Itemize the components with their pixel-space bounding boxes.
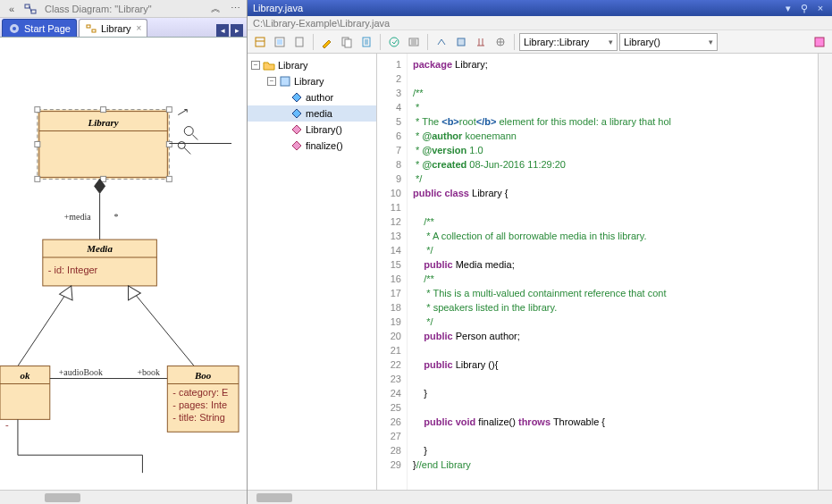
left-h-scrollbar[interactable]	[0, 490, 247, 504]
toolbar-btn-6[interactable]	[357, 33, 375, 51]
toolbar-btn-10[interactable]	[452, 33, 470, 51]
pin-icon[interactable]: ⚲	[798, 2, 811, 14]
svg-point-17	[184, 127, 193, 136]
svg-rect-9	[35, 107, 40, 113]
field-icon	[290, 107, 303, 120]
outline-class[interactable]: − Library	[248, 73, 376, 89]
toolbar-btn-11[interactable]	[472, 33, 490, 51]
uml-book-role: +book	[137, 367, 160, 377]
window-menu-icon[interactable]: ▾	[782, 2, 794, 14]
method-icon	[290, 139, 303, 152]
uml-audio-role: +audioBook	[59, 367, 103, 377]
diagram-pane: « Class Diagram: "Library" ︽ ⋯ Start Pag…	[0, 0, 248, 504]
outline-method-finalize[interactable]: finalize()	[248, 138, 376, 154]
svg-marker-56	[292, 125, 301, 134]
combo-member[interactable]: Library()	[619, 33, 718, 51]
svg-point-48	[390, 38, 399, 46]
toolbar-btn-5[interactable]	[338, 33, 356, 51]
svg-marker-55	[292, 109, 301, 118]
code-outline[interactable]: − Library − Library author media Library…	[248, 54, 377, 490]
tab-library[interactable]: Library ×	[79, 19, 147, 37]
svg-line-18	[192, 135, 197, 140]
toolbar-btn-2[interactable]	[271, 33, 289, 51]
uml-book-right-title: Boo	[194, 370, 212, 381]
svg-point-19	[178, 141, 185, 148]
svg-text:- title: String: - title: String	[172, 412, 224, 423]
svg-line-26	[128, 286, 194, 366]
combo-class[interactable]: Library::Library	[519, 33, 618, 51]
editor-toolbar: Library::Library Library()	[248, 30, 832, 54]
svg-rect-16	[166, 176, 172, 181]
editor-file-title: Library.java	[253, 3, 303, 13]
svg-marker-54	[292, 93, 301, 102]
svg-rect-12	[35, 141, 40, 147]
svg-marker-57	[292, 141, 301, 150]
method-icon	[290, 123, 303, 136]
editor-v-scrollbar[interactable]	[818, 54, 832, 490]
svg-rect-0	[25, 4, 29, 8]
svg-rect-41	[256, 38, 265, 46]
folder-icon	[263, 59, 275, 71]
svg-rect-13	[166, 141, 172, 147]
uml-node-tools-icon	[178, 110, 197, 155]
tab-prev-icon[interactable]: ◂	[216, 24, 229, 37]
uml-media-role: +media	[64, 212, 92, 222]
svg-text:-: -	[5, 419, 9, 430]
svg-rect-53	[281, 77, 290, 86]
toolbar-btn-1[interactable]	[251, 33, 269, 51]
editor-h-scrollbar[interactable]	[248, 490, 832, 504]
svg-rect-43	[277, 39, 282, 45]
field-icon	[290, 91, 303, 104]
svg-text:- pages: Inte: - pages: Inte	[172, 399, 227, 410]
tab-start-page[interactable]: Start Page	[2, 19, 77, 37]
diagram-icon	[23, 2, 38, 16]
uml-canvas[interactable]: Library +media * Media - id: Integer	[0, 38, 247, 490]
left-tab-bar: Start Page Library × ◂ ▸	[0, 18, 247, 38]
line-gutter: 1234567891011121314151617181920212223242…	[377, 54, 408, 490]
close-icon[interactable]: ×	[814, 2, 827, 14]
svg-rect-46	[345, 39, 351, 47]
toolbar-btn-7[interactable]	[385, 33, 403, 51]
outline-field-media[interactable]: media	[248, 105, 376, 122]
svg-rect-4	[87, 25, 90, 28]
outline-field-author[interactable]: author	[248, 89, 376, 105]
svg-rect-11	[166, 107, 172, 113]
outline-method-ctor[interactable]: Library()	[248, 122, 376, 138]
tree-collapse-icon[interactable]: −	[267, 77, 276, 86]
tab-close-icon[interactable]: ×	[137, 23, 142, 33]
toolbar-btn-12[interactable]	[492, 33, 509, 51]
outline-package[interactable]: − Library	[248, 57, 376, 73]
more-icon[interactable]: ⋯	[227, 2, 243, 16]
tab-next-icon[interactable]: ▸	[231, 24, 243, 37]
class-icon	[279, 75, 291, 88]
svg-rect-10	[101, 107, 106, 113]
toolbar-btn-8[interactable]	[405, 33, 423, 51]
svg-point-3	[13, 27, 16, 30]
svg-rect-52	[815, 38, 824, 46]
toolbar-btn-3[interactable]	[290, 33, 308, 51]
editor-file-path: C:\Library-Example\Library.java	[248, 16, 832, 30]
uml-library-title: Library	[88, 117, 119, 128]
uml-media-attr: - id: Integer	[48, 265, 98, 275]
svg-rect-1	[31, 10, 36, 13]
collapse-left-icon[interactable]: «	[4, 2, 20, 16]
code-editor[interactable]: 1234567891011121314151617181920212223242…	[377, 54, 832, 490]
tree-collapse-icon[interactable]: −	[251, 61, 260, 70]
tab-start-label: Start Page	[24, 23, 71, 34]
toolbar-btn-end[interactable]	[811, 33, 828, 51]
collapse-up-icon[interactable]: ︽	[207, 2, 223, 16]
diagram-top-bar: « Class Diagram: "Library" ︽ ⋯	[0, 0, 247, 18]
toolbar-btn-9[interactable]	[433, 33, 450, 51]
toolbar-btn-4[interactable]	[318, 33, 336, 51]
code-area[interactable]: package Library; /** * * The <b>root</b>…	[408, 54, 818, 490]
svg-rect-50	[458, 38, 465, 46]
svg-rect-14	[35, 176, 40, 181]
uml-media-mult: *	[114, 212, 119, 222]
diagram-title: Class Diagram: "Library"	[41, 4, 204, 14]
svg-rect-5	[92, 29, 96, 32]
tab-library-label: Library	[101, 23, 131, 34]
uml-media-title: Media	[86, 243, 113, 254]
svg-text:- category: E: - category: E	[172, 387, 228, 398]
svg-line-24	[18, 286, 71, 366]
editor-pane: Library.java ▾ ⚲ × C:\Library-Example\Li…	[248, 0, 832, 504]
